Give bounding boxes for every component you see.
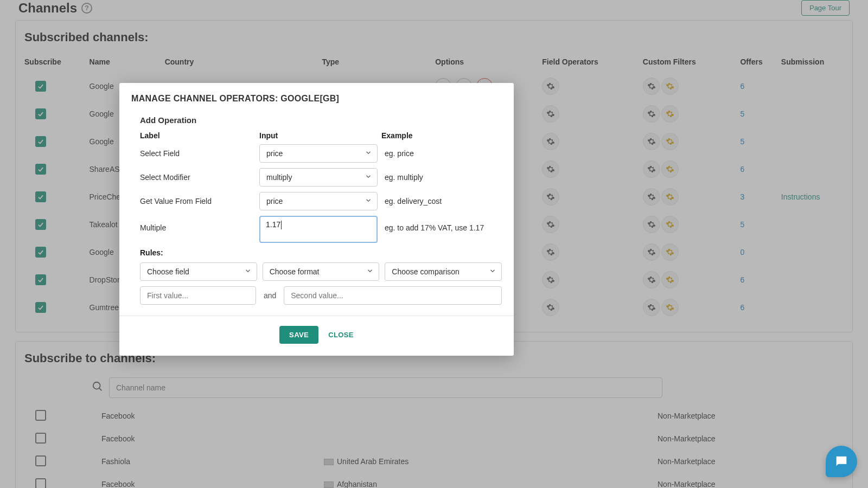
modal-title: MANAGE CHANNEL OPERATORS: GOOGLE[GB]: [131, 94, 502, 104]
get-value-dropdown[interactable]: price: [259, 192, 378, 210]
and-label: and: [261, 291, 278, 300]
second-value-input[interactable]: [284, 286, 502, 305]
rules-comparison-dropdown[interactable]: Choose comparison: [385, 262, 502, 281]
rules-format-dropdown[interactable]: Choose format: [263, 262, 380, 281]
add-operation-heading: Add Operation: [140, 115, 502, 125]
first-value-input[interactable]: [140, 286, 256, 305]
multiple-input[interactable]: 1.17: [259, 216, 378, 243]
multiple-label: Multiple: [140, 216, 259, 232]
rules-title: Rules:: [140, 248, 502, 257]
get-value-label: Get Value From Field: [140, 197, 259, 206]
operators-modal: MANAGE CHANNEL OPERATORS: GOOGLE[GB] Add…: [119, 83, 514, 356]
select-modifier-dropdown[interactable]: multiply: [259, 168, 378, 187]
chat-fab[interactable]: [826, 446, 857, 477]
select-modifier-label: Select Modifier: [140, 173, 259, 182]
select-field-label: Select Field: [140, 149, 259, 158]
svg-rect-5: [838, 459, 845, 460]
close-button[interactable]: CLOSE: [328, 326, 354, 344]
col-example: Example: [381, 131, 502, 140]
col-label: Label: [140, 131, 259, 140]
svg-rect-6: [838, 461, 843, 462]
save-button[interactable]: SAVE: [279, 326, 318, 344]
chat-icon: [834, 454, 849, 469]
select-field-dropdown[interactable]: price: [259, 144, 378, 163]
select-field-eg: eg. price: [381, 149, 502, 158]
col-input: Input: [259, 131, 381, 140]
get-value-eg: eg. delivery_cost: [381, 197, 502, 206]
select-modifier-eg: eg. multiply: [381, 173, 502, 182]
multiple-eg: eg. to add 17% VAT, use 1.17: [381, 216, 502, 232]
rules-field-dropdown[interactable]: Choose field: [140, 262, 257, 281]
